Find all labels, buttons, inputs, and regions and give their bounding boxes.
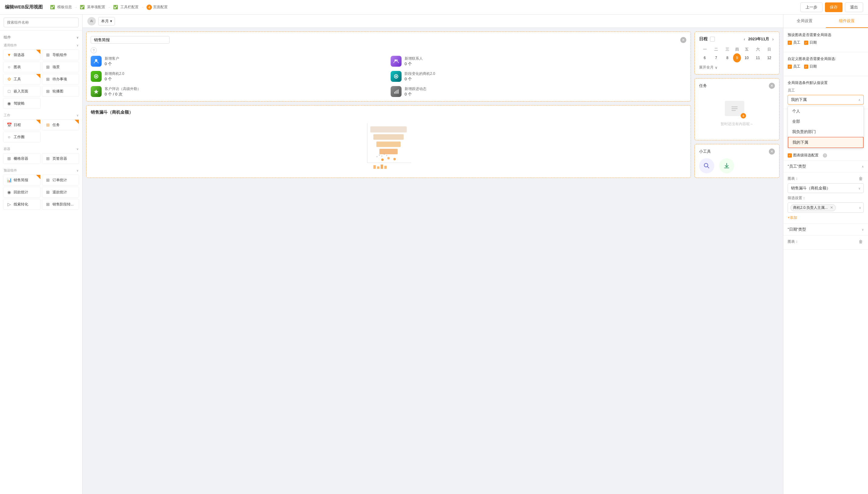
chart-delete-icon[interactable]: 🗑: [858, 175, 864, 182]
sidebar-item-carousel[interactable]: ⊞ 轮播图: [42, 86, 79, 97]
search-box: [0, 15, 82, 31]
search-tool-button[interactable]: [699, 158, 714, 173]
custom-employee-checkbox[interactable]: 员工: [788, 64, 800, 69]
sidebar-item-grid-container[interactable]: ⊞ 栅格容器: [3, 153, 41, 164]
refund-icon: ⊞: [45, 189, 51, 195]
sidebar-item-refund[interactable]: ⊞ 退款统计: [42, 187, 79, 197]
sidebar-item-scene[interactable]: ⊞ 场景: [42, 61, 79, 72]
svg-point-28: [386, 155, 387, 156]
default-filter-title: 全局筛选条件默认值设置: [788, 80, 864, 86]
canvas-area: Ai 本月 ▾ ✕ ?: [82, 15, 783, 494]
sales-brief-icon: 📊: [6, 177, 12, 183]
svg-point-32: [704, 163, 708, 167]
chart-level-filter-checkbox[interactable]: 图表级筛选配置: [788, 153, 818, 158]
section-title-work[interactable]: 工作 ∨: [0, 112, 82, 119]
step3-icon: ✅: [113, 5, 118, 10]
save-button[interactable]: 保存: [825, 2, 843, 12]
tab-global-settings[interactable]: 全局设置: [783, 15, 826, 28]
prev-button[interactable]: 上一步: [800, 2, 823, 12]
section-title-components[interactable]: 组件 ∨: [0, 33, 82, 42]
sidebar-item-cockpit[interactable]: ◉ 驾驶舱: [3, 98, 41, 109]
add-filter-link[interactable]: +添加: [788, 215, 797, 220]
cal-day-7[interactable]: 7: [710, 53, 721, 62]
option-personal[interactable]: 个人: [788, 106, 864, 116]
svg-point-0: [95, 59, 97, 61]
employee-select[interactable]: 我的下属 ∧: [788, 95, 864, 104]
cal-day-12[interactable]: 12: [764, 53, 775, 62]
cal-square-icon[interactable]: [710, 37, 715, 41]
cal-day-10[interactable]: 10: [741, 53, 752, 62]
svg-rect-30: [732, 108, 738, 109]
option-my-subordinate[interactable]: 我的下属: [788, 137, 864, 148]
cal-next-button[interactable]: ›: [771, 36, 775, 42]
sidebar-item-clue[interactable]: ▷ 线索转化: [3, 199, 41, 210]
custom-employee-label: 员工: [793, 64, 800, 69]
svg-line-33: [707, 167, 709, 169]
month-dropdown[interactable]: 本月 ▾: [98, 17, 115, 25]
help-icon[interactable]: ?: [91, 47, 97, 53]
download-tool-button[interactable]: [719, 158, 734, 173]
default-filter-section: 全局筛选条件默认值设置 员工 我的下属 ∧ 个人 全部 我负责的部门 我的下属: [783, 76, 868, 109]
work-components-grid: 📅 日程 ⊞ 任务 ○ 工作圈: [0, 119, 82, 146]
stat-visit: 客户拜访（高级外勤） 0 个 / 0 次: [91, 86, 386, 97]
filter-select-arrow: ∨: [859, 206, 861, 209]
sidebar-item-filter[interactable]: ▼ 筛选器: [3, 50, 41, 60]
option-all[interactable]: 全部: [788, 116, 864, 127]
sidebar-item-payment[interactable]: ◉ 回款统计: [3, 187, 41, 197]
sidebar-item-tool[interactable]: ⚙ 工具: [3, 74, 41, 84]
chart-value-select[interactable]: 销售漏斗（商机金额） ∨: [788, 183, 864, 193]
section-title-container[interactable]: 容器 ∨: [0, 146, 82, 152]
tab-component-settings[interactable]: 组件设置: [826, 15, 868, 28]
sales-stage-icon: ⊞: [45, 202, 51, 207]
filter-tag-close[interactable]: ✕: [830, 206, 833, 210]
employee-type-collapsible[interactable]: "员工"类型 ∧: [783, 160, 868, 172]
custom-employee-check-icon: [788, 64, 792, 69]
sidebar-item-sales-stage[interactable]: ⊞ 销售阶段转...: [42, 199, 79, 210]
task-icon: ⊞: [45, 122, 51, 128]
employee-select-value: 我的下属: [791, 97, 807, 102]
filter-tag-select[interactable]: 商机2.0.负责人主属... ✕ ∨: [788, 203, 864, 213]
cal-prev-button[interactable]: ‹: [742, 36, 746, 42]
todo-icon: ⊞: [45, 76, 51, 82]
cal-day-9-today[interactable]: 9: [733, 53, 741, 62]
task-close[interactable]: ✕: [769, 83, 775, 89]
date-chart-delete-icon[interactable]: 🗑: [858, 239, 864, 245]
stat-new-dynamic: 新增跟进动态 0 个: [391, 86, 686, 97]
option-my-dept[interactable]: 我负责的部门: [788, 127, 864, 137]
search-input[interactable]: [4, 18, 78, 27]
preset-date-checkbox[interactable]: 日期: [804, 40, 817, 45]
sidebar-item-sales-brief[interactable]: 📊 销售简报: [3, 175, 41, 186]
expand-month-button[interactable]: 展开全月 ∨: [699, 65, 775, 70]
tools-close[interactable]: ✕: [769, 149, 775, 155]
empty-state-icon: +: [725, 101, 749, 119]
svg-point-17: [381, 158, 384, 161]
info-icon[interactable]: ?: [823, 153, 827, 157]
employee-type-label: "员工"类型: [788, 164, 806, 169]
section-title-preset[interactable]: 预设组件 ∨: [0, 167, 82, 174]
sidebar-item-task[interactable]: ⊞ 任务: [42, 119, 79, 130]
cal-day-11[interactable]: 11: [752, 53, 763, 62]
date-type-collapsible[interactable]: "日期"类型 ∨: [783, 224, 868, 235]
cal-day-8[interactable]: 8: [722, 53, 733, 62]
stage-change-icon: [391, 71, 402, 82]
sidebar-item-schedule[interactable]: 📅 日程: [3, 119, 41, 130]
sidebar-item-chart[interactable]: ○ 图表: [3, 61, 41, 72]
cal-day-6[interactable]: 6: [699, 53, 710, 62]
exit-button[interactable]: 退出: [845, 2, 863, 12]
sidebar-item-order-stat[interactable]: ⊞ 订单统计: [42, 175, 79, 186]
date-type-arrow: ∨: [862, 228, 864, 231]
sidebar-item-embed[interactable]: □ 嵌入页面: [3, 86, 41, 97]
sales-brief-close[interactable]: ✕: [680, 37, 686, 43]
sidebar-item-workfeed[interactable]: ○ 工作圈: [3, 132, 41, 142]
section-title-common[interactable]: 通用组件 ∨: [0, 42, 82, 49]
sidebar-item-nav[interactable]: ⊞ 导航组件: [42, 50, 79, 60]
preset-employee-checkbox[interactable]: 员工: [788, 40, 800, 45]
weekday-thu: 四: [733, 46, 741, 53]
sidebar-item-tab-container[interactable]: ⊞ 页签容器: [42, 153, 79, 164]
filter-tag-item: 商机2.0.负责人主属... ✕: [790, 204, 836, 211]
chart-level-filter-section: 图表级筛选配置 ?: [783, 149, 868, 160]
sales-brief-title-input[interactable]: [91, 36, 169, 44]
stat-new-contact: 新增联系人 0 个: [391, 56, 686, 67]
custom-date-checkbox[interactable]: 日期: [804, 64, 817, 69]
sidebar-item-todo[interactable]: ⊞ 待办事项: [42, 74, 79, 84]
